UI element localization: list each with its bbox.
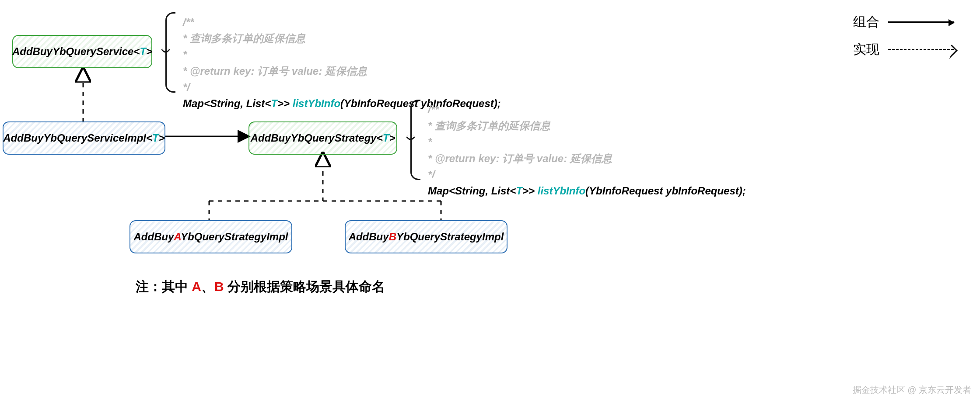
box-strategy-impl-a: AddBuyAYbQueryStrategyImpl <box>130 220 292 253</box>
watermark: 掘金技术社区 @ 京东云开发者 <box>853 384 971 396</box>
method-signature: Map<String, List<T>> listYbInfo(YbInfoRe… <box>428 183 746 199</box>
label: AddBuyBYbQueryStrategyImpl <box>349 231 504 243</box>
legend: 组合 实现 <box>853 13 954 68</box>
legend-line-dashed <box>888 49 954 50</box>
code-block-strategy: /** * 查询多条订单的延保信息 * * @return key: 订单号 v… <box>428 101 746 199</box>
label: AddBuyYbQueryService<T> <box>12 45 152 58</box>
brace-icon <box>165 12 175 93</box>
diagram-canvas: AddBuyYbQueryService<T> AddBuyYbQuerySer… <box>0 0 980 402</box>
box-service-interface: AddBuyYbQueryService<T> <box>12 35 152 68</box>
legend-label: 实现 <box>853 41 879 59</box>
legend-row-implement: 实现 <box>853 41 954 59</box>
legend-line-solid <box>888 21 954 23</box>
legend-row-compose: 组合 <box>853 13 954 31</box>
label: AddBuyAYbQueryStrategyImpl <box>134 231 288 243</box>
box-service-impl: AddBuyYbQueryServiceImpl<T> <box>3 121 165 155</box>
code-block-service: /** * 查询多条订单的延保信息 * * @return key: 订单号 v… <box>183 14 501 111</box>
arrow-icon <box>948 19 955 26</box>
box-strategy-interface: AddBuyYbQueryStrategy<T> <box>248 121 397 155</box>
label: AddBuyYbQueryServiceImpl<T> <box>3 132 164 144</box>
box-strategy-impl-b: AddBuyBYbQueryStrategyImpl <box>345 220 508 253</box>
label: AddBuyYbQueryStrategy<T> <box>251 132 396 144</box>
brace-icon <box>410 100 420 180</box>
legend-label: 组合 <box>853 13 879 31</box>
footnote: 注：其中 A、B 分别根据策略场景具体命名 <box>136 278 385 296</box>
arrow-open-icon <box>943 45 958 59</box>
